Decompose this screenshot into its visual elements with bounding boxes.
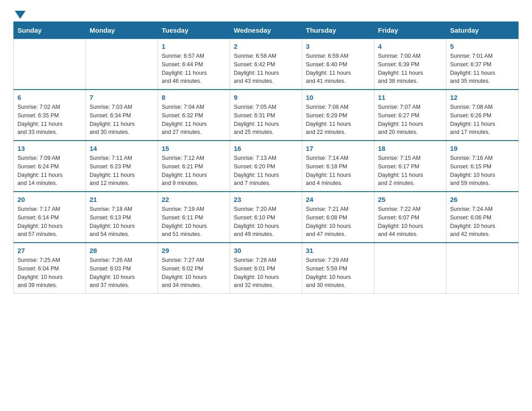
day-info: Sunrise: 7:17 AMSunset: 6:14 PMDaylight:… xyxy=(17,205,82,239)
day-number: 17 xyxy=(306,145,370,152)
day-info: Sunrise: 7:18 AMSunset: 6:13 PMDaylight:… xyxy=(90,205,154,239)
calendar-week-row: 6Sunrise: 7:02 AMSunset: 6:35 PMDaylight… xyxy=(14,90,519,141)
calendar-cell: 29Sunrise: 7:27 AMSunset: 6:02 PMDayligh… xyxy=(158,243,230,294)
day-number: 15 xyxy=(162,145,226,152)
day-number: 16 xyxy=(234,145,298,152)
calendar-cell: 21Sunrise: 7:18 AMSunset: 6:13 PMDayligh… xyxy=(86,192,158,243)
day-number: 19 xyxy=(450,145,515,152)
day-number: 8 xyxy=(162,94,226,101)
calendar-cell: 11Sunrise: 7:07 AMSunset: 6:27 PMDayligh… xyxy=(374,90,446,141)
calendar-cell: 22Sunrise: 7:19 AMSunset: 6:11 PMDayligh… xyxy=(158,192,230,243)
day-number: 29 xyxy=(162,247,226,254)
calendar-header-saturday: Saturday xyxy=(446,22,519,39)
day-number: 11 xyxy=(378,94,442,101)
day-number: 4 xyxy=(378,43,442,50)
day-info: Sunrise: 7:00 AMSunset: 6:39 PMDaylight:… xyxy=(378,52,442,86)
day-number: 31 xyxy=(306,247,370,254)
calendar-cell: 12Sunrise: 7:08 AMSunset: 6:26 PMDayligh… xyxy=(446,90,519,141)
day-info: Sunrise: 7:01 AMSunset: 6:37 PMDaylight:… xyxy=(450,52,515,86)
day-info: Sunrise: 7:14 AMSunset: 6:18 PMDaylight:… xyxy=(306,154,370,188)
calendar-cell: 31Sunrise: 7:29 AMSunset: 5:59 PMDayligh… xyxy=(302,243,374,294)
calendar-header-sunday: Sunday xyxy=(14,22,86,39)
calendar-cell: 8Sunrise: 7:04 AMSunset: 6:32 PMDaylight… xyxy=(158,90,230,141)
calendar-header-monday: Monday xyxy=(86,22,158,39)
calendar-cell: 19Sunrise: 7:16 AMSunset: 6:15 PMDayligh… xyxy=(446,141,519,192)
day-number: 10 xyxy=(306,94,370,101)
day-number: 3 xyxy=(306,43,370,50)
calendar-header-tuesday: Tuesday xyxy=(158,22,230,39)
logo xyxy=(13,9,26,17)
calendar-cell xyxy=(86,39,158,90)
calendar-cell: 16Sunrise: 7:13 AMSunset: 6:20 PMDayligh… xyxy=(230,141,302,192)
calendar-cell: 24Sunrise: 7:21 AMSunset: 6:08 PMDayligh… xyxy=(302,192,374,243)
calendar-cell: 3Sunrise: 6:59 AMSunset: 6:40 PMDaylight… xyxy=(302,39,374,90)
calendar-cell: 14Sunrise: 7:11 AMSunset: 6:23 PMDayligh… xyxy=(86,141,158,192)
day-info: Sunrise: 7:05 AMSunset: 6:31 PMDaylight:… xyxy=(234,103,298,137)
calendar-cell: 2Sunrise: 6:58 AMSunset: 6:42 PMDaylight… xyxy=(230,39,302,90)
calendar-cell: 20Sunrise: 7:17 AMSunset: 6:14 PMDayligh… xyxy=(14,192,86,243)
calendar-week-row: 27Sunrise: 7:25 AMSunset: 6:04 PMDayligh… xyxy=(14,243,519,294)
calendar-cell: 27Sunrise: 7:25 AMSunset: 6:04 PMDayligh… xyxy=(14,243,86,294)
day-info: Sunrise: 7:24 AMSunset: 6:06 PMDaylight:… xyxy=(450,205,515,239)
calendar-cell: 18Sunrise: 7:15 AMSunset: 6:17 PMDayligh… xyxy=(374,141,446,192)
day-info: Sunrise: 6:59 AMSunset: 6:40 PMDaylight:… xyxy=(306,52,370,86)
day-number: 22 xyxy=(162,196,226,203)
calendar-week-row: 20Sunrise: 7:17 AMSunset: 6:14 PMDayligh… xyxy=(14,192,519,243)
day-info: Sunrise: 7:16 AMSunset: 6:15 PMDaylight:… xyxy=(450,154,515,188)
day-info: Sunrise: 7:29 AMSunset: 5:59 PMDaylight:… xyxy=(306,256,370,290)
calendar-header-thursday: Thursday xyxy=(302,22,374,39)
calendar-cell xyxy=(446,243,519,294)
day-number: 7 xyxy=(90,94,154,101)
day-info: Sunrise: 7:15 AMSunset: 6:17 PMDaylight:… xyxy=(378,154,442,188)
day-info: Sunrise: 6:58 AMSunset: 6:42 PMDaylight:… xyxy=(234,52,298,86)
day-info: Sunrise: 7:26 AMSunset: 6:03 PMDaylight:… xyxy=(90,256,154,290)
day-number: 25 xyxy=(378,196,442,203)
day-info: Sunrise: 7:25 AMSunset: 6:04 PMDaylight:… xyxy=(17,256,82,290)
day-info: Sunrise: 7:03 AMSunset: 6:34 PMDaylight:… xyxy=(90,103,154,137)
calendar-cell: 4Sunrise: 7:00 AMSunset: 6:39 PMDaylight… xyxy=(374,39,446,90)
day-number: 24 xyxy=(306,196,370,203)
day-info: Sunrise: 7:27 AMSunset: 6:02 PMDaylight:… xyxy=(162,256,226,290)
day-number: 14 xyxy=(90,145,154,152)
day-number: 28 xyxy=(90,247,154,254)
calendar-cell: 9Sunrise: 7:05 AMSunset: 6:31 PMDaylight… xyxy=(230,90,302,141)
calendar-cell: 5Sunrise: 7:01 AMSunset: 6:37 PMDaylight… xyxy=(446,39,519,90)
day-number: 12 xyxy=(450,94,515,101)
calendar-cell xyxy=(374,243,446,294)
calendar-table: SundayMondayTuesdayWednesdayThursdayFrid… xyxy=(13,21,519,294)
day-info: Sunrise: 7:11 AMSunset: 6:23 PMDaylight:… xyxy=(90,154,154,188)
day-number: 30 xyxy=(234,247,298,254)
calendar-header-friday: Friday xyxy=(374,22,446,39)
calendar-cell: 1Sunrise: 6:57 AMSunset: 6:44 PMDaylight… xyxy=(158,39,230,90)
day-number: 1 xyxy=(162,43,226,50)
calendar-cell xyxy=(14,39,86,90)
day-info: Sunrise: 7:09 AMSunset: 6:24 PMDaylight:… xyxy=(17,154,82,188)
day-info: Sunrise: 7:19 AMSunset: 6:11 PMDaylight:… xyxy=(162,205,226,239)
day-number: 6 xyxy=(17,94,82,101)
calendar-cell: 7Sunrise: 7:03 AMSunset: 6:34 PMDaylight… xyxy=(86,90,158,141)
calendar-cell: 15Sunrise: 7:12 AMSunset: 6:21 PMDayligh… xyxy=(158,141,230,192)
day-info: Sunrise: 7:07 AMSunset: 6:27 PMDaylight:… xyxy=(378,103,442,137)
page-header xyxy=(13,9,519,17)
day-info: Sunrise: 7:28 AMSunset: 6:01 PMDaylight:… xyxy=(234,256,298,290)
day-info: Sunrise: 7:22 AMSunset: 6:07 PMDaylight:… xyxy=(378,205,442,239)
day-number: 5 xyxy=(450,43,515,50)
calendar-week-row: 13Sunrise: 7:09 AMSunset: 6:24 PMDayligh… xyxy=(14,141,519,192)
calendar-cell: 25Sunrise: 7:22 AMSunset: 6:07 PMDayligh… xyxy=(374,192,446,243)
day-number: 26 xyxy=(450,196,515,203)
calendar-cell: 26Sunrise: 7:24 AMSunset: 6:06 PMDayligh… xyxy=(446,192,519,243)
calendar-cell: 23Sunrise: 7:20 AMSunset: 6:10 PMDayligh… xyxy=(230,192,302,243)
day-info: Sunrise: 7:08 AMSunset: 6:26 PMDaylight:… xyxy=(450,103,515,137)
calendar-cell: 30Sunrise: 7:28 AMSunset: 6:01 PMDayligh… xyxy=(230,243,302,294)
day-number: 27 xyxy=(17,247,82,254)
day-info: Sunrise: 7:21 AMSunset: 6:08 PMDaylight:… xyxy=(306,205,370,239)
calendar-cell: 13Sunrise: 7:09 AMSunset: 6:24 PMDayligh… xyxy=(14,141,86,192)
calendar-header-wednesday: Wednesday xyxy=(230,22,302,39)
calendar-cell: 28Sunrise: 7:26 AMSunset: 6:03 PMDayligh… xyxy=(86,243,158,294)
day-number: 13 xyxy=(17,145,82,152)
day-number: 23 xyxy=(234,196,298,203)
logo-arrow-icon xyxy=(15,11,26,19)
calendar-header-row: SundayMondayTuesdayWednesdayThursdayFrid… xyxy=(14,22,519,39)
calendar-cell: 17Sunrise: 7:14 AMSunset: 6:18 PMDayligh… xyxy=(302,141,374,192)
day-number: 21 xyxy=(90,196,154,203)
